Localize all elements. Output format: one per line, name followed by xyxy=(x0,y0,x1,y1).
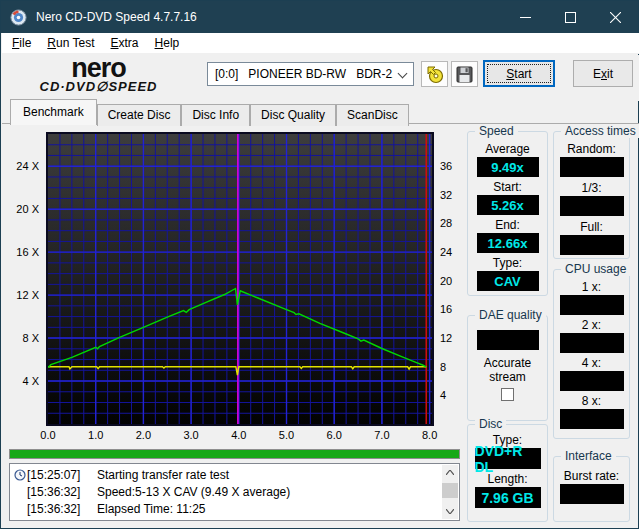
log-line: [15:36:32]Speed:5-13 X CAV (9.49 X avera… xyxy=(13,483,441,500)
y-axis-label: 8 X xyxy=(7,332,39,344)
y-axis-label: 4 X xyxy=(7,375,39,387)
cpu-usage-value xyxy=(560,333,624,353)
start-button-label: Start xyxy=(506,67,531,81)
y-axis-right-label: 24 xyxy=(440,246,452,258)
speed-label: Type: xyxy=(493,256,522,271)
cpu-usage-value xyxy=(560,409,624,429)
tab-disc-quality[interactable]: Disc Quality xyxy=(250,104,336,126)
cpu-usage-value xyxy=(560,295,624,315)
tab-disc-info[interactable]: Disc Info xyxy=(181,104,250,126)
progress-bar xyxy=(9,449,460,459)
y-axis-right-label: 16 xyxy=(440,303,452,315)
minimize-icon xyxy=(520,12,531,23)
access-times-label: 1/3: xyxy=(581,181,601,196)
x-axis-labels: 0.01.02.03.04.05.06.07.08.0 xyxy=(46,429,436,443)
clock-icon xyxy=(14,469,26,481)
x-axis-label: 6.0 xyxy=(321,429,347,441)
y-axis-right-label: 4 xyxy=(440,389,446,401)
x-axis-label: 1.0 xyxy=(83,429,109,441)
scroll-up-button[interactable] xyxy=(442,465,458,480)
y-axis-right-label: 8 xyxy=(440,361,446,373)
log-scrollbar[interactable] xyxy=(442,465,458,519)
chevron-down-icon xyxy=(446,509,454,514)
menu-item-help[interactable]: Help xyxy=(147,34,188,52)
y-axis-label: 24 X xyxy=(7,160,39,172)
logo-text-cddvdspeed: CD·DVD∅SPEED xyxy=(16,80,181,93)
logo-text-nero: nero xyxy=(16,56,181,80)
drive-select-dropdown[interactable]: [0:0] PIONEER BD-RW BDR-212D 1.00 xyxy=(207,62,414,86)
tab-create-disc[interactable]: Create Disc xyxy=(97,104,182,126)
x-axis-label: 5.0 xyxy=(274,429,300,441)
access-times-panel: Access times Random:1/3:Full: xyxy=(553,131,630,259)
speed-value: 5.26x xyxy=(477,195,539,215)
plot-area xyxy=(46,132,434,426)
eject-button[interactable] xyxy=(421,61,448,87)
accurate-stream-checkbox[interactable] xyxy=(501,388,514,401)
save-button[interactable] xyxy=(451,61,478,87)
access-times-value xyxy=(560,196,624,216)
app-window: Nero CD-DVD Speed 4.7.7.16 FileRun TestE… xyxy=(0,0,639,529)
maximize-icon xyxy=(565,12,576,23)
x-axis-label: 3.0 xyxy=(178,429,204,441)
speed-value: 12.66x xyxy=(477,233,539,253)
speed-label: Start: xyxy=(493,180,522,195)
log-line: [15:25:07]Starting transfer rate test xyxy=(13,466,441,483)
title-bar: Nero CD-DVD Speed 4.7.7.16 xyxy=(1,1,638,33)
disc-value: 7.96 GB xyxy=(475,487,541,508)
speed-value: CAV xyxy=(477,271,539,291)
scrollbar-thumb[interactable] xyxy=(442,483,458,498)
minimize-button[interactable] xyxy=(503,1,548,33)
tab-scandisc[interactable]: ScanDisc xyxy=(336,104,409,126)
y-axis-label: 16 X xyxy=(7,246,39,258)
menu-item-file[interactable]: File xyxy=(4,34,39,52)
status-log: [15:25:07]Starting transfer rate test[15… xyxy=(9,463,460,521)
close-button[interactable] xyxy=(593,1,638,33)
cpu-usage-label: 8 x: xyxy=(582,394,601,409)
interface-value xyxy=(560,484,624,504)
access-times-value xyxy=(560,157,624,177)
access-times-label: Random: xyxy=(567,142,616,157)
y-axis-left-labels: 24 X20 X16 X12 X8 X4 X xyxy=(7,132,43,426)
dae-quality-panel: DAE quality Accuratestream xyxy=(467,315,548,421)
access-times-label: Full: xyxy=(580,220,603,235)
x-axis-label: 2.0 xyxy=(130,429,156,441)
window-title: Nero CD-DVD Speed 4.7.7.16 xyxy=(36,10,197,24)
cpu-usage-label: 2 x: xyxy=(582,318,601,333)
start-button[interactable]: Start xyxy=(483,60,555,87)
menu-item-run-test[interactable]: Run Test xyxy=(39,34,102,52)
y-axis-right-labels: 3632282420161284 xyxy=(438,132,460,426)
cpu-usage-label: 1 x: xyxy=(582,280,601,295)
x-axis-label: 8.0 xyxy=(417,429,443,441)
interface-panel: Interface Burst rate: xyxy=(553,456,630,522)
disc-value: DVD+R DL xyxy=(475,448,541,469)
cpu-usage-label: 4 x: xyxy=(582,356,601,371)
chevron-down-icon xyxy=(398,69,408,79)
benchmark-chart-svg xyxy=(48,134,432,424)
disc-glyph-icon: ∅ xyxy=(96,79,108,94)
log-line: [15:36:32]Elapsed Time: 11:25 xyxy=(13,500,441,517)
y-axis-right-label: 20 xyxy=(440,275,452,287)
interface-label: Burst rate: xyxy=(564,469,619,484)
accurate-stream-label: Accuratestream xyxy=(484,356,531,384)
scroll-down-button[interactable] xyxy=(442,504,458,519)
menu-bar: FileRun TestExtraHelp xyxy=(2,33,639,54)
disc-panel: Disc Type:DVD+R DLLength:7.96 GB xyxy=(467,424,548,522)
speed-label: End: xyxy=(495,218,520,233)
nero-cdspeed-logo: nero CD·DVD∅SPEED xyxy=(16,56,181,93)
eject-disc-icon xyxy=(425,64,445,84)
y-axis-right-label: 32 xyxy=(440,189,452,201)
speed-value: 9.49x xyxy=(477,157,539,177)
exit-button[interactable]: Exit xyxy=(573,60,633,87)
maximize-button[interactable] xyxy=(548,1,593,33)
dae-quality-value xyxy=(477,330,539,350)
menu-item-extra[interactable]: Extra xyxy=(103,34,147,52)
speed-label: Average xyxy=(485,142,529,157)
disc-label: Length: xyxy=(487,472,527,487)
x-axis-label: 7.0 xyxy=(369,429,395,441)
y-axis-right-label: 36 xyxy=(440,160,452,172)
y-axis-right-label: 28 xyxy=(440,217,452,229)
cpu-usage-value xyxy=(560,371,624,391)
tab-benchmark[interactable]: Benchmark xyxy=(10,99,97,125)
tab-bar: BenchmarkCreate DiscDisc InfoDisc Qualit… xyxy=(2,101,639,124)
drive-select-value: [0:0] PIONEER BD-RW BDR-212D 1.00 xyxy=(215,67,393,81)
